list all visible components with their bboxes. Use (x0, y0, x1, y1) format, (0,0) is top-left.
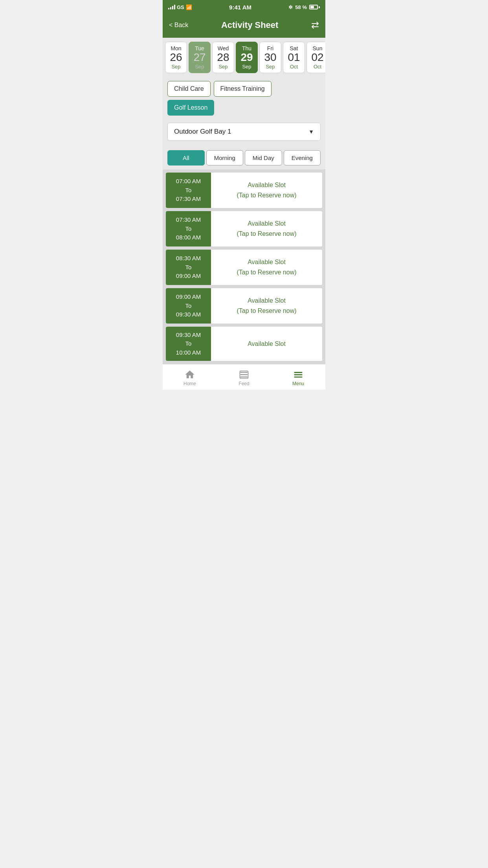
day-name: Thu (238, 45, 256, 51)
nav-item-home[interactable]: Home (163, 368, 217, 388)
slot-row-slot-0700[interactable]: 07:00 AMTo07:30 AM Available Slot(Tap to… (166, 173, 322, 208)
status-time: 9:41 AM (229, 4, 251, 11)
day-name: Mon (167, 45, 185, 51)
slot-content: Available Slot(Tap to Reserve now) (211, 173, 322, 208)
slot-status: Available Slot(Tap to Reserve now) (237, 296, 296, 316)
slot-content: Available Slot(Tap to Reserve now) (211, 211, 322, 246)
slot-status: Available Slot(Tap to Reserve now) (237, 180, 296, 200)
date-card-wed28[interactable]: Wed 28 Sep (212, 42, 234, 73)
slot-row-slot-0930[interactable]: 09:30 AMTo10:00 AM Available Slot (166, 327, 322, 361)
activity-btn-golf-lesson[interactable]: Golf Lesson (167, 100, 214, 116)
month-label: Sep (191, 64, 209, 70)
month-label: Oct (285, 64, 303, 70)
battery-icon (309, 5, 320, 9)
location-selected: Outdoor Golf Bay 1 (174, 128, 231, 136)
swap-icon[interactable]: ⇄ (311, 20, 319, 31)
slot-content: Available Slot (211, 327, 322, 361)
filter-btn-morning[interactable]: Morning (206, 150, 244, 166)
location-dropdown-row: Outdoor Golf Bay 1 ▼ (163, 120, 325, 146)
back-button[interactable]: < Back (169, 22, 188, 29)
day-num: 30 (261, 51, 279, 64)
day-num: 27 (191, 51, 209, 64)
month-label: Sep (167, 64, 185, 70)
slot-row-slot-0730[interactable]: 07:30 AMTo08:00 AM Available Slot(Tap to… (166, 211, 322, 246)
bottom-nav: Home Feed Menu (163, 364, 325, 390)
slot-status: Available Slot(Tap to Reserve now) (237, 257, 296, 277)
filter-btn-evening[interactable]: Evening (284, 150, 321, 166)
menu-icon (293, 369, 304, 380)
slot-content: Available Slot(Tap to Reserve now) (211, 288, 322, 324)
page-title: Activity Sheet (221, 20, 279, 30)
location-dropdown[interactable]: Outdoor Golf Bay 1 ▼ (167, 123, 321, 141)
date-card-sun02[interactable]: Sun 02 Oct (306, 42, 325, 73)
slot-time: 08:30 AMTo09:00 AM (166, 250, 211, 285)
slot-time: 07:30 AMTo08:00 AM (166, 211, 211, 246)
month-label: Sep (238, 64, 256, 70)
wifi-icon: 📶 (186, 4, 192, 10)
svg-rect-1 (294, 372, 303, 373)
day-name: Tue (191, 45, 209, 51)
day-name: Sun (308, 45, 325, 51)
filter-bar: AllMorningMid DayEvening (163, 146, 325, 169)
date-card-thu29[interactable]: Thu 29 Sep (236, 42, 258, 73)
slot-status: Available Slot(Tap to Reserve now) (237, 219, 296, 239)
month-label: Sep (261, 64, 279, 70)
activity-btn-child-care[interactable]: Child Care (167, 81, 211, 97)
bluetooth-icon: ✲ (288, 4, 293, 10)
day-num: 29 (238, 51, 256, 64)
nav-item-feed[interactable]: Feed (217, 368, 271, 388)
day-num: 28 (214, 51, 232, 64)
status-right: ✲ 58 % (288, 4, 320, 10)
filter-btn-all[interactable]: All (167, 150, 205, 166)
day-name: Sat (285, 45, 303, 51)
slot-status: Available Slot (248, 339, 286, 349)
slot-time: 09:30 AMTo10:00 AM (166, 327, 211, 361)
date-strip: Mon 26 Sep Tue 27 Sep Wed 28 Sep Thu 29 … (163, 38, 325, 77)
filter-btn-midday[interactable]: Mid Day (245, 150, 282, 166)
activity-btn-fitness-training[interactable]: Fitness Training (214, 81, 272, 97)
slots-container: 07:00 AMTo07:30 AM Available Slot(Tap to… (163, 169, 325, 364)
date-card-mon26[interactable]: Mon 26 Sep (165, 42, 187, 73)
slot-time: 09:00 AMTo09:30 AM (166, 288, 211, 324)
day-name: Fri (261, 45, 279, 51)
carrier-label: GS (177, 4, 184, 10)
activity-bar: Child CareFitness TrainingGolf Lesson (163, 77, 325, 120)
svg-rect-3 (294, 377, 303, 378)
nav-label-menu: Menu (292, 381, 304, 386)
month-label: Sep (214, 64, 232, 70)
nav-label-home: Home (183, 381, 196, 386)
nav-item-menu[interactable]: Menu (271, 368, 325, 388)
battery-pct: 58 % (295, 4, 307, 10)
dropdown-arrow-icon: ▼ (308, 129, 314, 135)
status-left: GS 📶 (168, 4, 192, 10)
day-name: Wed (214, 45, 232, 51)
date-card-sat01[interactable]: Sat 01 Oct (283, 42, 305, 73)
header: < Back Activity Sheet ⇄ (163, 14, 325, 38)
slot-time: 07:00 AMTo07:30 AM (166, 173, 211, 208)
home-icon (184, 369, 195, 380)
day-num: 01 (285, 51, 303, 64)
svg-rect-2 (294, 374, 303, 375)
date-card-tue27[interactable]: Tue 27 Sep (189, 42, 211, 73)
nav-label-feed: Feed (238, 381, 249, 386)
slot-row-slot-0830[interactable]: 08:30 AMTo09:00 AM Available Slot(Tap to… (166, 250, 322, 285)
day-num: 26 (167, 51, 185, 64)
signal-icon (168, 5, 175, 9)
slot-content: Available Slot(Tap to Reserve now) (211, 250, 322, 285)
feed-icon (238, 369, 250, 380)
slot-row-slot-0900[interactable]: 09:00 AMTo09:30 AM Available Slot(Tap to… (166, 288, 322, 324)
month-label: Oct (308, 64, 325, 70)
status-bar: GS 📶 9:41 AM ✲ 58 % (163, 0, 325, 14)
day-num: 02 (308, 51, 325, 64)
date-card-fri30[interactable]: Fri 30 Sep (259, 42, 281, 73)
